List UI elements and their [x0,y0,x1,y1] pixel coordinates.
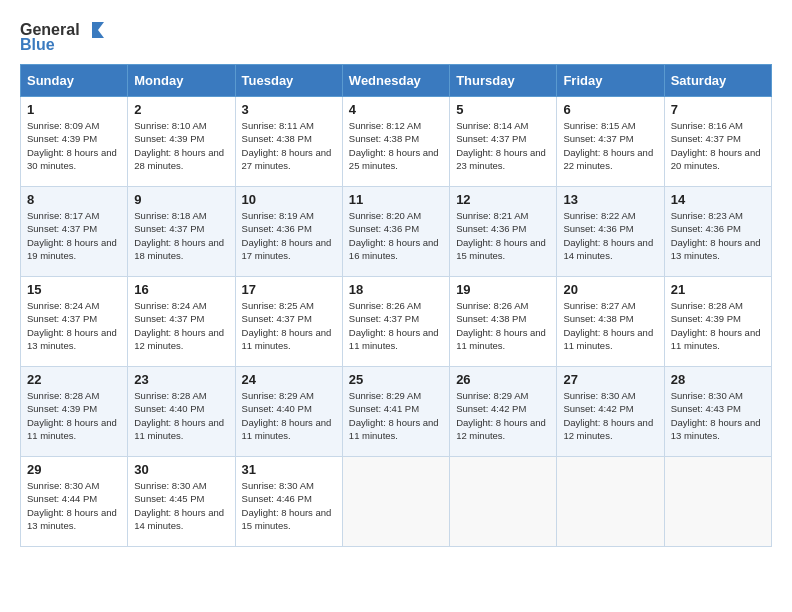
calendar-cell: 6Sunrise: 8:15 AMSunset: 4:37 PMDaylight… [557,97,664,187]
day-number: 12 [456,192,550,207]
day-number: 3 [242,102,336,117]
calendar-cell: 22Sunrise: 8:28 AMSunset: 4:39 PMDayligh… [21,367,128,457]
day-number: 17 [242,282,336,297]
day-number: 27 [563,372,657,387]
day-info: Sunrise: 8:14 AMSunset: 4:37 PMDaylight:… [456,119,550,172]
calendar-week-row: 8Sunrise: 8:17 AMSunset: 4:37 PMDaylight… [21,187,772,277]
day-info: Sunrise: 8:28 AMSunset: 4:39 PMDaylight:… [671,299,765,352]
day-number: 28 [671,372,765,387]
calendar-week-row: 1Sunrise: 8:09 AMSunset: 4:39 PMDaylight… [21,97,772,187]
calendar-cell [664,457,771,547]
calendar-cell: 12Sunrise: 8:21 AMSunset: 4:36 PMDayligh… [450,187,557,277]
day-info: Sunrise: 8:29 AMSunset: 4:40 PMDaylight:… [242,389,336,442]
day-number: 29 [27,462,121,477]
day-info: Sunrise: 8:26 AMSunset: 4:38 PMDaylight:… [456,299,550,352]
calendar-cell: 21Sunrise: 8:28 AMSunset: 4:39 PMDayligh… [664,277,771,367]
day-number: 1 [27,102,121,117]
calendar-cell: 28Sunrise: 8:30 AMSunset: 4:43 PMDayligh… [664,367,771,457]
day-info: Sunrise: 8:30 AMSunset: 4:46 PMDaylight:… [242,479,336,532]
day-info: Sunrise: 8:17 AMSunset: 4:37 PMDaylight:… [27,209,121,262]
day-info: Sunrise: 8:15 AMSunset: 4:37 PMDaylight:… [563,119,657,172]
calendar-cell: 10Sunrise: 8:19 AMSunset: 4:36 PMDayligh… [235,187,342,277]
day-info: Sunrise: 8:30 AMSunset: 4:45 PMDaylight:… [134,479,228,532]
day-number: 15 [27,282,121,297]
svg-marker-0 [92,22,104,38]
day-number: 24 [242,372,336,387]
day-info: Sunrise: 8:11 AMSunset: 4:38 PMDaylight:… [242,119,336,172]
calendar-cell: 17Sunrise: 8:25 AMSunset: 4:37 PMDayligh… [235,277,342,367]
calendar-week-row: 15Sunrise: 8:24 AMSunset: 4:37 PMDayligh… [21,277,772,367]
day-number: 14 [671,192,765,207]
calendar-cell: 16Sunrise: 8:24 AMSunset: 4:37 PMDayligh… [128,277,235,367]
calendar-week-row: 29Sunrise: 8:30 AMSunset: 4:44 PMDayligh… [21,457,772,547]
day-number: 4 [349,102,443,117]
calendar-cell: 3Sunrise: 8:11 AMSunset: 4:38 PMDaylight… [235,97,342,187]
day-info: Sunrise: 8:26 AMSunset: 4:37 PMDaylight:… [349,299,443,352]
column-header-saturday: Saturday [664,65,771,97]
day-number: 31 [242,462,336,477]
calendar-cell: 25Sunrise: 8:29 AMSunset: 4:41 PMDayligh… [342,367,449,457]
day-number: 23 [134,372,228,387]
calendar-cell: 1Sunrise: 8:09 AMSunset: 4:39 PMDaylight… [21,97,128,187]
calendar-cell: 23Sunrise: 8:28 AMSunset: 4:40 PMDayligh… [128,367,235,457]
day-info: Sunrise: 8:28 AMSunset: 4:39 PMDaylight:… [27,389,121,442]
calendar-cell: 9Sunrise: 8:18 AMSunset: 4:37 PMDaylight… [128,187,235,277]
column-header-wednesday: Wednesday [342,65,449,97]
calendar-cell: 4Sunrise: 8:12 AMSunset: 4:38 PMDaylight… [342,97,449,187]
calendar-cell: 27Sunrise: 8:30 AMSunset: 4:42 PMDayligh… [557,367,664,457]
day-info: Sunrise: 8:22 AMSunset: 4:36 PMDaylight:… [563,209,657,262]
day-info: Sunrise: 8:28 AMSunset: 4:40 PMDaylight:… [134,389,228,442]
day-number: 7 [671,102,765,117]
page-header: General Blue [20,20,772,54]
day-info: Sunrise: 8:24 AMSunset: 4:37 PMDaylight:… [27,299,121,352]
day-number: 9 [134,192,228,207]
day-number: 13 [563,192,657,207]
day-info: Sunrise: 8:09 AMSunset: 4:39 PMDaylight:… [27,119,121,172]
day-info: Sunrise: 8:30 AMSunset: 4:44 PMDaylight:… [27,479,121,532]
calendar-table: SundayMondayTuesdayWednesdayThursdayFrid… [20,64,772,547]
calendar-cell: 18Sunrise: 8:26 AMSunset: 4:37 PMDayligh… [342,277,449,367]
day-number: 19 [456,282,550,297]
day-info: Sunrise: 8:10 AMSunset: 4:39 PMDaylight:… [134,119,228,172]
day-number: 11 [349,192,443,207]
day-info: Sunrise: 8:24 AMSunset: 4:37 PMDaylight:… [134,299,228,352]
logo: General Blue [20,20,104,54]
calendar-cell [342,457,449,547]
calendar-header-row: SundayMondayTuesdayWednesdayThursdayFrid… [21,65,772,97]
calendar-cell [450,457,557,547]
calendar-cell: 11Sunrise: 8:20 AMSunset: 4:36 PMDayligh… [342,187,449,277]
day-number: 26 [456,372,550,387]
day-number: 30 [134,462,228,477]
day-number: 2 [134,102,228,117]
column-header-tuesday: Tuesday [235,65,342,97]
calendar-cell: 19Sunrise: 8:26 AMSunset: 4:38 PMDayligh… [450,277,557,367]
day-number: 16 [134,282,228,297]
day-info: Sunrise: 8:23 AMSunset: 4:36 PMDaylight:… [671,209,765,262]
calendar-cell: 24Sunrise: 8:29 AMSunset: 4:40 PMDayligh… [235,367,342,457]
calendar-cell: 26Sunrise: 8:29 AMSunset: 4:42 PMDayligh… [450,367,557,457]
day-info: Sunrise: 8:12 AMSunset: 4:38 PMDaylight:… [349,119,443,172]
day-number: 5 [456,102,550,117]
logo-blue: Blue [20,36,55,54]
column-header-friday: Friday [557,65,664,97]
calendar-week-row: 22Sunrise: 8:28 AMSunset: 4:39 PMDayligh… [21,367,772,457]
day-number: 8 [27,192,121,207]
calendar-cell: 13Sunrise: 8:22 AMSunset: 4:36 PMDayligh… [557,187,664,277]
day-number: 22 [27,372,121,387]
calendar-cell: 5Sunrise: 8:14 AMSunset: 4:37 PMDaylight… [450,97,557,187]
logo-flag-icon [82,20,104,40]
calendar-cell: 29Sunrise: 8:30 AMSunset: 4:44 PMDayligh… [21,457,128,547]
day-info: Sunrise: 8:19 AMSunset: 4:36 PMDaylight:… [242,209,336,262]
day-number: 6 [563,102,657,117]
day-info: Sunrise: 8:29 AMSunset: 4:41 PMDaylight:… [349,389,443,442]
day-info: Sunrise: 8:20 AMSunset: 4:36 PMDaylight:… [349,209,443,262]
calendar-cell: 14Sunrise: 8:23 AMSunset: 4:36 PMDayligh… [664,187,771,277]
column-header-thursday: Thursday [450,65,557,97]
day-number: 21 [671,282,765,297]
calendar-cell: 31Sunrise: 8:30 AMSunset: 4:46 PMDayligh… [235,457,342,547]
day-info: Sunrise: 8:27 AMSunset: 4:38 PMDaylight:… [563,299,657,352]
day-info: Sunrise: 8:30 AMSunset: 4:43 PMDaylight:… [671,389,765,442]
calendar-cell: 2Sunrise: 8:10 AMSunset: 4:39 PMDaylight… [128,97,235,187]
day-info: Sunrise: 8:21 AMSunset: 4:36 PMDaylight:… [456,209,550,262]
calendar-cell: 8Sunrise: 8:17 AMSunset: 4:37 PMDaylight… [21,187,128,277]
